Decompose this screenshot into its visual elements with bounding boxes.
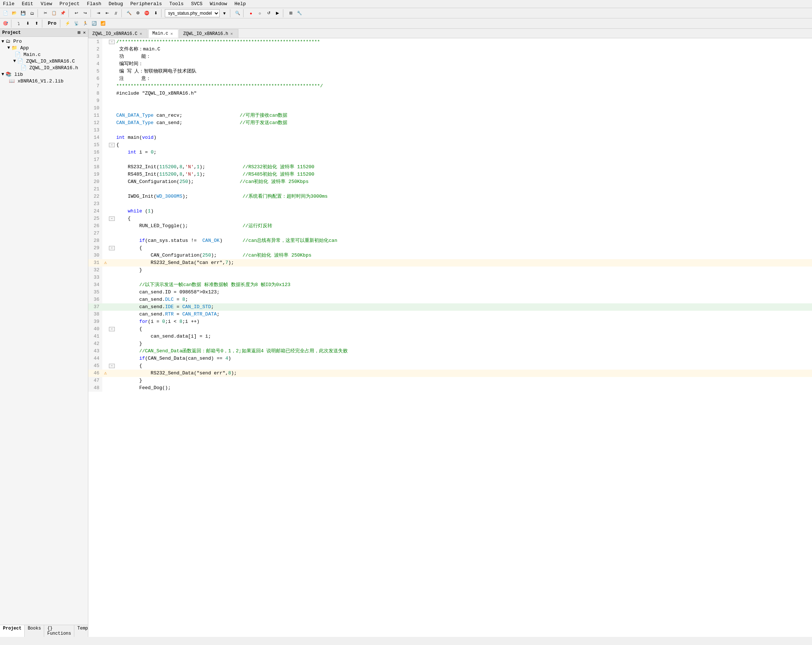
collapse-40[interactable]: - xyxy=(109,327,115,331)
line-num-20: 20 xyxy=(88,178,102,185)
menu-flash[interactable]: Flash xyxy=(85,1,103,7)
gutter-46: ⚠ xyxy=(102,370,109,377)
model-dropdown[interactable]: sys_status.phy_model xyxy=(165,9,220,17)
code-text-44: if(CAN_Send_Data(can_send) == 4) xyxy=(115,355,812,362)
collapse-45[interactable]: - xyxy=(109,364,115,368)
cmd4-button[interactable]: 🔄 xyxy=(90,20,98,28)
sep10 xyxy=(42,20,44,28)
stop-button[interactable]: ⛔ xyxy=(143,9,151,17)
line-num-35: 35 xyxy=(88,289,102,296)
search-button[interactable]: 🔍 xyxy=(234,9,242,17)
code-line-47: 47 } xyxy=(88,377,812,384)
code-line-35: 35 can_send.ID = 098658">0x123; xyxy=(88,289,812,296)
collapse-1[interactable]: - xyxy=(109,40,115,44)
file-tab-mainc[interactable]: Main.c ✕ xyxy=(148,29,179,38)
close-mainc-icon[interactable]: ✕ xyxy=(170,31,173,36)
menu-peripherals[interactable]: Peripherals xyxy=(129,1,163,7)
tree-label-lib: 📚 lib xyxy=(6,72,23,77)
tree-item-app[interactable]: ▼ 📁 App xyxy=(0,44,88,51)
tree-item-lib[interactable]: ▼ 📚 lib xyxy=(0,71,88,78)
tree-item-mainc[interactable]: 📄 Main.c xyxy=(0,51,88,58)
cmd5-button[interactable]: 📶 xyxy=(99,20,107,28)
code-text-18: RS232_Init(115200,8,'N',1); //RS232初始化 波… xyxy=(115,164,812,171)
open-file-button[interactable]: 📂 xyxy=(10,9,18,17)
code-line-24: 24 while (1) xyxy=(88,208,812,215)
code-line-32: 32 } xyxy=(88,266,812,274)
step-out-button[interactable]: ⬆ xyxy=(32,20,40,28)
comment-button[interactable]: // xyxy=(112,9,120,17)
settings-button[interactable]: 🔧 xyxy=(295,9,304,17)
menu-help[interactable]: Help xyxy=(233,1,247,7)
close-zqwlc-icon[interactable]: ✕ xyxy=(139,31,142,36)
menu-view[interactable]: View xyxy=(39,1,53,7)
target-settings-button[interactable]: 🎯 xyxy=(2,20,9,28)
line-num-37: 37 xyxy=(88,303,102,311)
cmd2-button[interactable]: 📡 xyxy=(72,20,81,28)
menu-debug[interactable]: Debug xyxy=(107,1,124,7)
code-line-20: 20 CAN_Configuration(250); //can初始化 波特率 … xyxy=(88,178,812,185)
menu-file[interactable]: File xyxy=(2,1,16,7)
tab-books[interactable]: Books xyxy=(24,625,44,637)
line-num-11: 11 xyxy=(88,112,102,119)
view-button[interactable]: ⊞ xyxy=(287,9,295,17)
redo-button[interactable]: ↪ xyxy=(81,9,89,17)
code-line-9: 9 xyxy=(88,97,812,105)
tree-item-libfile[interactable]: 📖 xBNRA16_V1.2.lib xyxy=(0,78,88,84)
save-all-button[interactable]: 🗂 xyxy=(28,9,36,17)
sep1 xyxy=(38,9,40,17)
file-tab-zqwlc[interactable]: ZQWL_IO_xBNRA16.C ✕ xyxy=(88,29,148,38)
collapse-15[interactable]: - xyxy=(109,143,115,147)
unindent-button[interactable]: ⇤ xyxy=(103,9,111,17)
menu-svcs[interactable]: SVCS xyxy=(189,1,204,7)
line-num-31: 31 xyxy=(88,259,102,266)
line-num-34: 34 xyxy=(88,281,102,289)
code-line-5: 5 编 写 人：智联物联网电子技术团队 xyxy=(88,68,812,75)
undo-button[interactable]: ↩ xyxy=(72,9,80,17)
tree-item-zqwlh[interactable]: 📄 ZQWL_IO_xBNRA16.h xyxy=(0,64,88,71)
code-line-7: 7***************************************… xyxy=(88,83,812,90)
step-into-button[interactable]: ⬇ xyxy=(24,20,32,28)
debug-start-button[interactable]: ● xyxy=(247,9,255,17)
new-file-button[interactable]: 📄 xyxy=(2,9,9,17)
tab-project[interactable]: Project xyxy=(0,625,24,637)
copy-button[interactable]: 📋 xyxy=(50,9,58,17)
tree-item-pro[interactable]: ▼ 🗂 Pro xyxy=(0,38,88,44)
line-num-38: 38 xyxy=(88,311,102,318)
code-line-21: 21 xyxy=(88,185,812,193)
cmd3-button[interactable]: 🏃 xyxy=(81,20,89,28)
cut-button[interactable]: ✂ xyxy=(41,9,49,17)
file-tab-zqwlh[interactable]: ZQWL_IO_xBNRA16.h ✕ xyxy=(179,29,238,38)
indent-button[interactable]: ⇥ xyxy=(94,9,102,17)
code-line-29: 29- { xyxy=(88,245,812,252)
tree-item-zqwlc[interactable]: ▼ 📄 ZQWL_IO_xBNRA16.C xyxy=(0,58,88,64)
collapse-25[interactable]: - xyxy=(109,217,115,221)
step-over-button[interactable]: ⤵ xyxy=(15,20,23,28)
collapse-29[interactable]: - xyxy=(109,246,115,250)
debug-reset-button[interactable]: ↺ xyxy=(264,9,273,17)
code-text-5: 编 写 人：智联物联网电子技术团队 xyxy=(115,68,812,75)
cmd1-button[interactable]: ⚡ xyxy=(64,20,72,28)
debug-stop-button[interactable]: ○ xyxy=(256,9,264,17)
code-text-29: { xyxy=(115,245,812,252)
rebuild-button[interactable]: ⚙ xyxy=(134,9,142,17)
menu-edit[interactable]: Edit xyxy=(20,1,35,7)
download-button[interactable]: ⬇ xyxy=(151,9,160,17)
line-num-48: 48 xyxy=(88,384,102,392)
code-line-34: 34 //以下演示发送一帧can数据 标准数据帧 数据长度为8 帧ID为0x12… xyxy=(88,281,812,289)
code-text-34: //以下演示发送一帧can数据 标准数据帧 数据长度为8 帧ID为0x123 xyxy=(115,281,812,289)
paste-button[interactable]: 📌 xyxy=(59,9,67,17)
menu-project[interactable]: Project xyxy=(58,1,81,7)
close-zqwlh-icon[interactable]: ✕ xyxy=(230,31,233,36)
build-button[interactable]: 🔨 xyxy=(125,9,133,17)
save-button[interactable]: 💾 xyxy=(19,9,27,17)
debug-run-button[interactable]: ▶ xyxy=(273,9,281,17)
dropdown-arrow[interactable]: ▼ xyxy=(220,9,229,17)
code-editor[interactable]: 1-/*************************************… xyxy=(88,38,812,637)
line-num-14: 14 xyxy=(88,134,102,141)
tab-functions[interactable]: {} Functions xyxy=(44,625,74,637)
code-line-2: 2 文件名称：main.C xyxy=(88,46,812,53)
menu-tools[interactable]: Tools xyxy=(168,1,185,7)
code-text-40: { xyxy=(115,326,812,333)
menu-window[interactable]: Window xyxy=(208,1,229,7)
line-num-15: 15 xyxy=(88,141,102,149)
